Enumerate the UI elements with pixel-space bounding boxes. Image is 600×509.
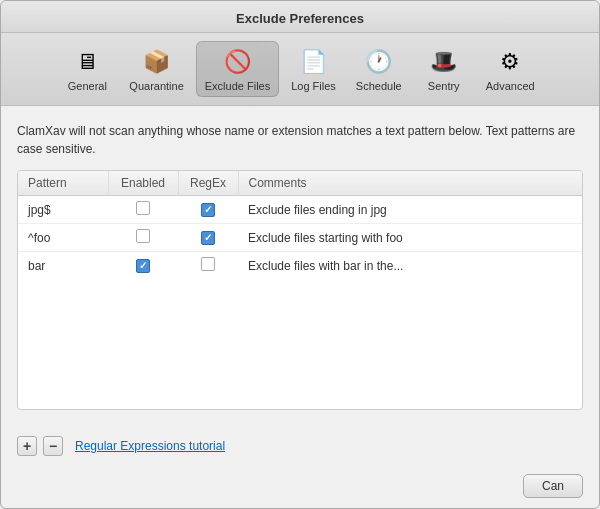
cell-regex-1	[178, 224, 238, 252]
col-regex: RegEx	[178, 171, 238, 196]
preferences-window: Exclude Preferences 🖥 General 📦 Quaranti…	[0, 0, 600, 509]
title-bar: Exclude Preferences	[1, 1, 599, 33]
description-text: ClamXav will not scan anything whose nam…	[17, 122, 583, 158]
table-header-row: Pattern Enabled RegEx Comments	[18, 171, 582, 196]
log-files-label: Log Files	[291, 80, 336, 92]
col-pattern: Pattern	[18, 171, 108, 196]
checkbox-regex-0[interactable]	[201, 203, 215, 217]
patterns-table: Pattern Enabled RegEx Comments jpg$Exclu…	[18, 171, 582, 279]
main-content: ClamXav will not scan anything whose nam…	[1, 106, 599, 426]
checkbox-regex-2[interactable]	[201, 257, 215, 271]
toolbar-item-sentry[interactable]: 🎩 Sentry	[414, 42, 474, 96]
cell-pattern-1: ^foo	[18, 224, 108, 252]
checkbox-enabled-2[interactable]	[136, 259, 150, 273]
bottom-bar: Can	[1, 466, 599, 508]
exclude-files-icon: 🚫	[221, 46, 253, 78]
table-row: jpg$Exclude files ending in jpg	[18, 196, 582, 224]
cell-enabled-1	[108, 224, 178, 252]
toolbar: 🖥 General 📦 Quarantine 🚫 Exclude Files 📄…	[1, 33, 599, 106]
toolbar-item-quarantine[interactable]: 📦 Quarantine	[121, 42, 191, 96]
advanced-label: Advanced	[486, 80, 535, 92]
patterns-table-container: Pattern Enabled RegEx Comments jpg$Exclu…	[17, 170, 583, 410]
cell-comments-1: Exclude files starting with foo	[238, 224, 582, 252]
toolbar-item-schedule[interactable]: 🕐 Schedule	[348, 42, 410, 96]
checkbox-enabled-0[interactable]	[136, 201, 150, 215]
toolbar-item-exclude-files[interactable]: 🚫 Exclude Files	[196, 41, 279, 97]
table-row: ^fooExclude files starting with foo	[18, 224, 582, 252]
cancel-button[interactable]: Can	[523, 474, 583, 498]
toolbar-item-general[interactable]: 🖥 General	[57, 42, 117, 96]
footer-bar: + − Regular Expressions tutorial	[1, 426, 599, 466]
cell-comments-0: Exclude files ending in jpg	[238, 196, 582, 224]
checkbox-enabled-1[interactable]	[136, 229, 150, 243]
schedule-label: Schedule	[356, 80, 402, 92]
checkbox-regex-1[interactable]	[201, 231, 215, 245]
cell-pattern-2: bar	[18, 252, 108, 280]
cell-regex-0	[178, 196, 238, 224]
remove-pattern-button[interactable]: −	[43, 436, 63, 456]
col-comments: Comments	[238, 171, 582, 196]
sentry-icon: 🎩	[428, 46, 460, 78]
table-row: barExclude files with bar in the...	[18, 252, 582, 280]
cell-enabled-2	[108, 252, 178, 280]
toolbar-item-advanced[interactable]: ⚙ Advanced	[478, 42, 543, 96]
log-files-icon: 📄	[298, 46, 330, 78]
window-title: Exclude Preferences	[236, 11, 364, 26]
cell-comments-2: Exclude files with bar in the...	[238, 252, 582, 280]
general-label: General	[68, 80, 107, 92]
regex-tutorial-link[interactable]: Regular Expressions tutorial	[75, 439, 225, 453]
exclude-files-label: Exclude Files	[205, 80, 270, 92]
advanced-icon: ⚙	[494, 46, 526, 78]
col-enabled: Enabled	[108, 171, 178, 196]
cell-pattern-0: jpg$	[18, 196, 108, 224]
quarantine-label: Quarantine	[129, 80, 183, 92]
toolbar-item-log-files[interactable]: 📄 Log Files	[283, 42, 344, 96]
cell-regex-2	[178, 252, 238, 280]
cell-enabled-0	[108, 196, 178, 224]
general-icon: 🖥	[71, 46, 103, 78]
add-pattern-button[interactable]: +	[17, 436, 37, 456]
schedule-icon: 🕐	[363, 46, 395, 78]
quarantine-icon: 📦	[141, 46, 173, 78]
sentry-label: Sentry	[428, 80, 460, 92]
